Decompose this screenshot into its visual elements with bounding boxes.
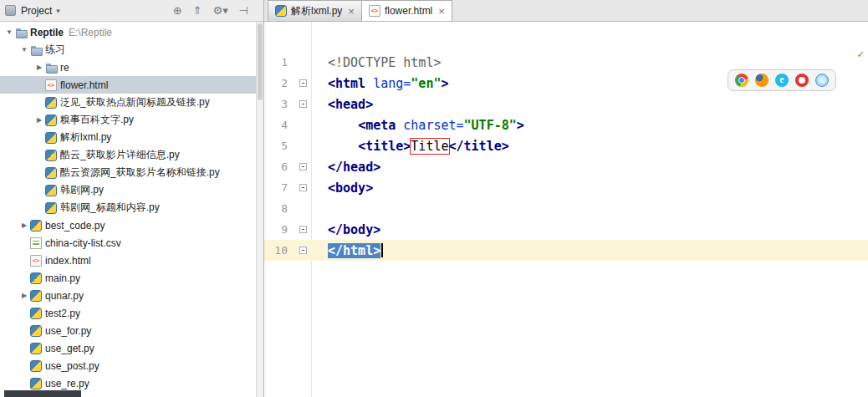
tree-item[interactable]: test2.py <box>0 304 256 322</box>
tree-item[interactable]: 解析lxml.py <box>0 129 256 146</box>
tree-item[interactable]: ▶re <box>0 59 256 76</box>
editor-tab[interactable]: 解析lxml.py× <box>268 0 362 21</box>
chevron-collapsed-icon[interactable]: ▶ <box>18 221 30 229</box>
settings-gear-icon[interactable]: ⚙▾ <box>212 5 227 16</box>
line-number: 10 <box>264 244 294 257</box>
tree-item[interactable]: ▼练习 <box>0 41 256 59</box>
tree-item-label: qunar.py <box>45 290 84 302</box>
tree-item-label: use_for.py <box>45 325 91 337</box>
code-line-6[interactable]: 6</head> <box>264 156 868 177</box>
tree-item[interactable]: 泛见_获取热点新闻标题及链接.py <box>0 94 256 111</box>
fold-column <box>294 163 311 171</box>
csv-file-icon <box>30 237 42 249</box>
project-panel: Project ▾ ⊕⇑⚙▾⊣ ▼ReptileE:\Reptile▼练习▶re… <box>0 0 264 397</box>
tree-item[interactable]: ▶qunar.py <box>0 287 256 304</box>
code-token: </title> <box>449 139 509 154</box>
tool-window-icon <box>5 5 16 16</box>
tree-item-label: 泛见_获取热点新闻标题及链接.py <box>60 95 210 109</box>
firefox-icon[interactable] <box>755 74 768 87</box>
code-line-10[interactable]: 10</html> <box>264 240 868 261</box>
code-token <box>328 139 358 154</box>
html-file-icon <box>369 5 380 17</box>
chevron-down-icon: ▾ <box>56 7 60 15</box>
chevron-collapsed-icon[interactable]: ▶ <box>33 116 45 124</box>
line-number: 8 <box>264 202 294 215</box>
tree-item[interactable]: 酷云_获取影片详细信息.py <box>0 146 256 164</box>
inspection-status-icon[interactable]: ✓ <box>857 48 864 60</box>
safari-icon[interactable] <box>815 74 829 87</box>
code-token: <body> <box>328 181 373 196</box>
ie-icon[interactable] <box>775 74 789 87</box>
fold-marker-icon[interactable] <box>299 163 307 171</box>
chrome-icon[interactable] <box>735 74 748 87</box>
tree-item[interactable]: use_get.py <box>0 339 256 357</box>
tree-item[interactable]: use_re.py <box>0 374 256 392</box>
code-text <box>311 198 328 219</box>
browser-preview-bar <box>728 69 836 91</box>
code-line-3[interactable]: 3<head> <box>264 94 868 115</box>
code-editor[interactable]: 1<!DOCTYPE html>2<html lang="en">3<head>… <box>264 22 868 397</box>
project-view-selector[interactable]: Project ▾ <box>21 5 60 17</box>
code-token: > <box>517 118 524 133</box>
tree-item-label: 糗事百科文字.py <box>60 113 134 127</box>
python-file-icon <box>30 272 42 284</box>
tree-item-label: 酷云_获取影片详细信息.py <box>60 148 180 162</box>
code-line-4[interactable]: 4 <meta charset="UTF-8"> <box>264 115 868 135</box>
code-token: </html> <box>328 243 380 258</box>
collapse-all-icon[interactable]: ⇑ <box>193 5 202 16</box>
chevron-collapsed-icon[interactable]: ▶ <box>18 292 30 299</box>
editor-tab-bar: 解析lxml.py×flower.html× <box>264 0 868 22</box>
code-line-8[interactable]: 8 <box>264 198 868 219</box>
fold-marker-icon[interactable] <box>299 184 307 191</box>
python-file-icon <box>45 150 57 161</box>
fold-marker-icon[interactable] <box>299 100 307 108</box>
tree-item-label: Reptile <box>30 27 64 38</box>
close-tab-icon[interactable]: × <box>348 5 355 18</box>
python-file-icon <box>30 343 42 354</box>
tree-item[interactable]: 韩剧网.py <box>0 181 256 199</box>
fold-marker-icon[interactable] <box>299 79 307 87</box>
tree-item-label: best_code.py <box>45 220 105 232</box>
chevron-expanded-icon[interactable]: ▼ <box>18 46 30 53</box>
code-token: "en" <box>411 76 441 91</box>
hide-panel-icon[interactable]: ⊣ <box>239 5 248 16</box>
project-tree-scrollbar[interactable] <box>256 22 263 397</box>
fold-marker-icon[interactable] <box>299 247 307 254</box>
code-line-5[interactable]: 5 <title>Title</title> <box>264 135 868 156</box>
tree-item[interactable]: index.html <box>0 252 256 269</box>
project-toolbar-icons: ⊕⇑⚙▾⊣ <box>173 5 257 16</box>
tree-item[interactable]: ▶糗事百科文字.py <box>0 111 256 129</box>
chevron-expanded-icon[interactable]: ▼ <box>3 28 15 36</box>
python-file-icon <box>45 115 57 126</box>
tree-item[interactable]: flower.html <box>0 76 256 94</box>
tree-item[interactable]: ▶best_code.py <box>0 216 256 234</box>
tree-item[interactable]: use_post.py <box>0 357 256 374</box>
tree-item[interactable]: 韩剧网_标题和内容.py <box>0 199 256 216</box>
tree-item-path: E:\Reptile <box>69 27 112 38</box>
tree-item-label: re <box>60 62 69 74</box>
project-toolbar: Project ▾ ⊕⇑⚙▾⊣ <box>0 0 263 22</box>
tree-item[interactable]: china-city-list.csv <box>0 234 256 252</box>
code-token: Title <box>411 139 448 154</box>
editor-tab-active[interactable]: flower.html× <box>361 0 452 21</box>
fold-marker-icon[interactable] <box>299 226 307 233</box>
tree-item-label: use_post.py <box>45 360 100 372</box>
code-token: <!DOCTYPE html> <box>328 55 441 70</box>
tree-item[interactable]: ▼ReptileE:\Reptile <box>0 23 256 41</box>
folder-icon <box>45 62 57 74</box>
close-tab-icon[interactable]: × <box>438 5 445 18</box>
line-number: 9 <box>264 223 294 236</box>
partial-bottom-row <box>4 390 81 397</box>
tree-item[interactable]: 酷云资源网_获取影片名称和链接.py <box>0 164 256 181</box>
tree-item-label: flower.html <box>60 79 108 91</box>
locate-file-icon[interactable]: ⊕ <box>173 5 182 16</box>
chevron-collapsed-icon[interactable]: ▶ <box>33 64 45 71</box>
scrollbar-thumb[interactable] <box>258 23 263 100</box>
opera-icon[interactable] <box>795 74 809 87</box>
tree-item[interactable]: use_for.py <box>0 322 256 339</box>
code-text: </body> <box>311 219 380 240</box>
code-line-9[interactable]: 9</body> <box>264 219 868 240</box>
tree-item[interactable]: main.py <box>0 269 256 287</box>
code-line-7[interactable]: 7<body> <box>264 177 868 198</box>
tab-label: 解析lxml.py <box>291 4 342 18</box>
